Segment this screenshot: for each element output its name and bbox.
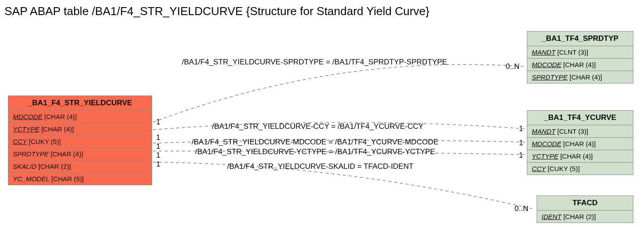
entity-tfacd: TFACD IDENT [CHAR (2)] — [537, 195, 633, 223]
relation-label: /BA1/F4_STR_YIELDCURVE-YCTYPE = /BA1/TF4… — [195, 147, 435, 156]
entity-tfacd-header: TFACD — [537, 196, 633, 211]
field-row: YC_MODEL [CHAR (5)] — [8, 173, 152, 185]
relation-label: /BA1/F4_STR_YIELDCURVE-SKALID = TFACD-ID… — [227, 162, 413, 171]
field-row: IDENT [CHAR (2)] — [537, 211, 633, 223]
field-row: SKALID [CHAR (2)] — [8, 160, 152, 173]
cardinality: 1 — [156, 133, 160, 142]
field-row: YCTYPE [CHAR (4)] — [8, 123, 152, 135]
relation-label: /BA1/F4_STR_YIELDCURVE-SPRDTYPE = /BA1/T… — [182, 58, 447, 67]
page-title: SAP ABAP table /BA1/F4_STR_YIELDCURVE {S… — [4, 4, 429, 18]
entity-sprdtyp-header: _BA1_TF4_SPRDTYP — [527, 32, 633, 46]
relation-label: /BA1/F4_STR_YIELDCURVE-MDCODE = /BA1/TF4… — [192, 138, 438, 147]
field-row: MDCODE [CHAR (4)] — [8, 111, 152, 123]
cardinality: 1 — [519, 151, 523, 160]
cardinality: 0..N — [514, 204, 528, 213]
entity-ycurve: _BA1_TF4_YCURVE MANDT [CLNT (3)] MDCODE … — [527, 110, 633, 175]
relation-label: /BA1/F4_STR_YIELDCURVE-CCY = /BA1/TF4_YC… — [212, 122, 424, 131]
field-row: SPRDTYPE [CHAR (4)] — [8, 148, 152, 160]
field-row: MDCODE [CHAR (4)] — [527, 59, 633, 71]
entity-ycurve-header: _BA1_TF4_YCURVE — [527, 111, 633, 125]
cardinality: 1 — [156, 151, 160, 160]
cardinality: 1 — [519, 124, 523, 133]
field-row: MANDT [CLNT (3)] — [527, 125, 633, 138]
entity-main-header: _BA1_F4_STR_YIELDCURVE — [8, 96, 152, 111]
field-row: MDCODE [CHAR (4)] — [527, 138, 633, 150]
entity-sprdtyp: _BA1_TF4_SPRDTYP MANDT [CLNT (3)] MDCODE… — [527, 31, 633, 84]
cardinality: 1 — [156, 118, 160, 127]
cardinality: 1 — [156, 142, 160, 151]
entity-main: _BA1_F4_STR_YIELDCURVE MDCODE [CHAR (4)]… — [8, 96, 152, 185]
field-row: SPRDTYPE [CHAR (4)] — [527, 71, 633, 83]
field-row: CCY [CUKY (5)] — [8, 135, 152, 148]
cardinality: 1 — [156, 160, 160, 169]
cardinality: 0..N — [506, 62, 519, 71]
field-row: MANDT [CLNT (3)] — [527, 46, 633, 59]
field-row: CCY [CUKY (5)] — [527, 163, 633, 175]
cardinality: 1 — [519, 139, 523, 147]
field-row: YCTYPE [CHAR (4)] — [527, 150, 633, 163]
